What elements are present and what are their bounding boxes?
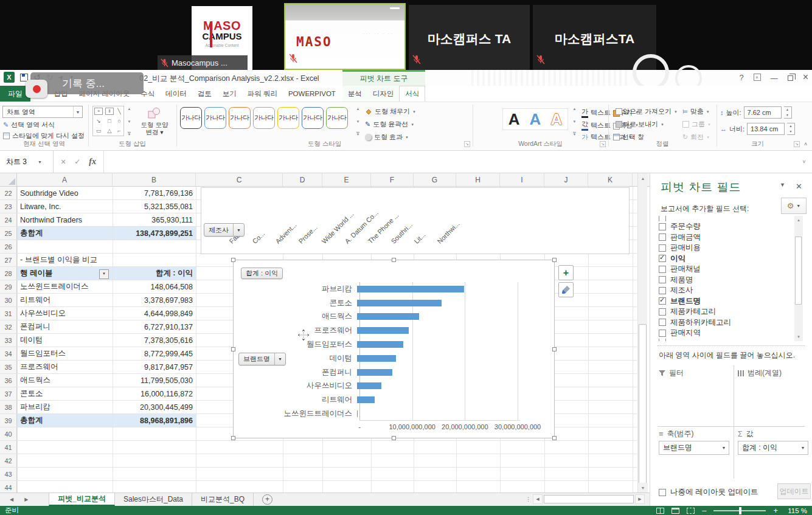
shape-style-chip[interactable]: 가나다 <box>253 107 275 129</box>
cell-col-b[interactable]: 138,473,899,251 <box>113 227 196 240</box>
values-field-pill[interactable]: 합계 : 이익 ▼ <box>738 441 808 455</box>
row-number[interactable]: 31 <box>0 307 17 320</box>
field-checkbox[interactable] <box>659 244 666 252</box>
row-number[interactable]: 44 <box>0 481 17 493</box>
cell-col-b[interactable] <box>113 481 196 493</box>
chart-bar[interactable] <box>357 382 381 389</box>
column-header[interactable]: C <box>196 173 283 186</box>
row-number[interactable]: 29 <box>0 280 17 293</box>
shape-style-chip[interactable]: 가나다 <box>302 107 324 129</box>
width-input[interactable]: 13.84 cm <box>747 123 785 135</box>
cell-col-b[interactable]: 3,378,697,983 <box>113 294 196 306</box>
field-item[interactable]: 판매금액 <box>659 232 794 243</box>
minimize-button[interactable]: — <box>771 74 778 83</box>
shape-outline-button[interactable]: ✎ 도형 윤곽선▼ <box>365 120 414 129</box>
ribbon-tab[interactable]: POWERPIVOT <box>283 86 341 102</box>
sheet-nav-left-icon[interactable]: ◀ <box>10 497 13 502</box>
insert-function-icon[interactable]: fx <box>89 157 96 167</box>
wordart-sample[interactable]: A <box>550 111 562 127</box>
chart-element-selector[interactable]: 차트 영역 ▼ <box>2 106 83 118</box>
name-box[interactable]: 차트 3 ▼ <box>0 151 54 173</box>
shape-gallery-scroll[interactable]: ▲▼▼ <box>125 107 133 136</box>
row-number[interactable]: 28 <box>0 267 17 280</box>
triangle-shape-icon[interactable]: △ <box>104 126 115 136</box>
field-item[interactable] <box>659 216 794 221</box>
cell-col-a[interactable]: 리트웨어 <box>17 294 113 306</box>
field-checkbox[interactable] <box>659 233 666 241</box>
chart-resize-handle[interactable] <box>231 258 235 262</box>
zoom-slider[interactable] <box>713 510 766 511</box>
zoom-level[interactable]: 115 % <box>785 507 810 514</box>
chart-bar[interactable] <box>357 410 358 417</box>
shape-style-chip[interactable]: 가나다 <box>204 107 226 129</box>
row-number[interactable]: 40 <box>0 427 17 440</box>
ribbon-tab[interactable]: 검토 <box>192 86 217 102</box>
column-header[interactable]: B <box>113 173 196 186</box>
chart-bar[interactable] <box>357 341 403 348</box>
column-header[interactable]: E <box>322 173 371 186</box>
chart-resize-handle[interactable] <box>231 347 235 351</box>
cell-col-a[interactable]: Litware, Inc. <box>17 200 113 213</box>
cell-col-a[interactable]: 애드웍스 <box>17 374 113 387</box>
wordart-sample[interactable]: A <box>508 111 520 127</box>
sheet-tab[interactable]: 피벗_비교분석 <box>49 493 115 506</box>
shape-styles-dialog-launcher[interactable]: ↘ <box>464 141 470 147</box>
reset-to-match-style-button[interactable]: 스타일에 맞게 다시 설정 <box>3 131 85 140</box>
scroll-right-icon[interactable]: ▶ <box>635 494 645 504</box>
zoom-out-icon[interactable]: – <box>702 506 706 514</box>
cell-col-b[interactable]: 365,930,111 <box>113 213 196 226</box>
shape-fill-button[interactable]: 도형 채우기▼ <box>365 107 416 116</box>
chart-resize-handle[interactable] <box>552 258 557 262</box>
row-number[interactable]: 38 <box>0 401 17 413</box>
cell-col-a[interactable]: Northwind Traders <box>17 213 113 226</box>
field-item[interactable]: 판매지역 <box>659 328 794 339</box>
wordart-scroll[interactable]: ▲▼▼ <box>571 107 578 136</box>
cell-col-b[interactable]: 20,300,445,499 <box>113 401 196 413</box>
vertical-scrollbar[interactable]: ▲ ▼ <box>637 173 647 493</box>
chart-resize-handle[interactable] <box>231 436 235 440</box>
wordart-dialog-launcher[interactable]: ↘ <box>600 141 606 147</box>
row-number[interactable]: 37 <box>0 387 17 400</box>
close-button[interactable]: × <box>803 72 808 83</box>
rounded-rectangle-shape-icon[interactable]: ▭ <box>93 126 104 136</box>
pane-options-chevron-icon[interactable]: ▼ <box>780 182 785 188</box>
cell-col-b[interactable]: 148,064,508 <box>113 280 196 293</box>
shape-style-chip[interactable]: 가나다 <box>326 107 348 129</box>
field-item[interactable]: 제조사 <box>659 285 794 296</box>
chart-bar[interactable] <box>357 396 375 403</box>
row-number[interactable]: 25 <box>0 227 17 240</box>
cell-col-a[interactable] <box>17 441 113 454</box>
cell-col-b[interactable]: 합계 : 이익 <box>113 267 196 280</box>
row-number[interactable]: 42 <box>0 454 17 467</box>
row-number[interactable]: 22 <box>0 187 17 199</box>
horizontal-scroll-thumb[interactable] <box>544 495 634 503</box>
field-checkbox[interactable] <box>659 308 666 316</box>
row-number[interactable]: 32 <box>0 320 17 333</box>
row-number[interactable]: 43 <box>0 468 17 480</box>
field-checkbox[interactable] <box>659 287 666 294</box>
field-list-tools-button[interactable]: ⚙▼ <box>781 198 807 214</box>
column-header[interactable]: H <box>456 173 500 186</box>
normal-view-icon[interactable] <box>656 508 664 514</box>
row-number[interactable]: 24 <box>0 213 17 226</box>
column-header[interactable]: G <box>414 173 456 186</box>
cell-col-b[interactable] <box>113 454 196 467</box>
shape-style-chip[interactable]: 가나다 <box>229 107 251 129</box>
cell-col-a[interactable] <box>17 481 113 493</box>
field-checkbox[interactable] <box>659 223 666 230</box>
video-tile-active-speaker[interactable]: MASO ··· ·· · ·· <box>284 3 406 70</box>
arrow-shape-icon[interactable]: ↘ <box>93 116 104 126</box>
column-header[interactable]: I <box>500 173 544 186</box>
scroll-left-icon[interactable]: ◀ <box>533 494 543 504</box>
page-break-view-icon[interactable] <box>687 508 695 514</box>
vertical-scroll-thumb[interactable] <box>639 324 647 483</box>
column-header[interactable]: K <box>588 173 633 186</box>
shape-style-chip[interactable]: 가나다 <box>180 107 202 129</box>
zoom-in-icon[interactable]: + <box>773 506 778 514</box>
cell-col-b[interactable]: 9,817,847,957 <box>113 361 196 373</box>
ribbon-tab[interactable]: 파워 쿼리 <box>242 86 283 102</box>
field-scroll-thumb[interactable] <box>795 237 802 305</box>
select-all-corner[interactable] <box>0 173 17 186</box>
field-item[interactable] <box>659 339 794 342</box>
cell-col-b[interactable] <box>113 468 196 480</box>
